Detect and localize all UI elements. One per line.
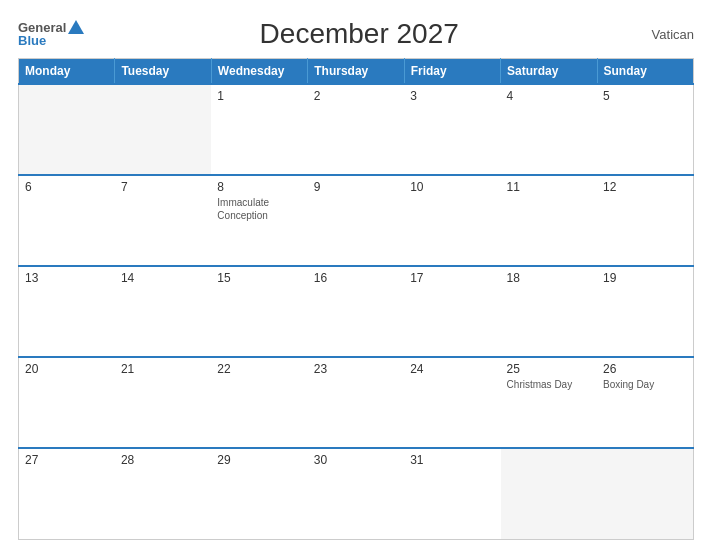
day-number: 4: [507, 89, 591, 103]
calendar-cell: [597, 448, 693, 539]
col-friday: Friday: [404, 59, 500, 85]
calendar-cell: 20: [19, 357, 115, 448]
calendar-cell: 21: [115, 357, 211, 448]
day-number: 12: [603, 180, 687, 194]
calendar-cell: 25Christmas Day: [501, 357, 597, 448]
calendar-cell: 30: [308, 448, 404, 539]
calendar-cell: 8Immaculate Conception: [211, 175, 307, 266]
day-number: 13: [25, 271, 109, 285]
day-number: 31: [410, 453, 494, 467]
calendar-cell: 15: [211, 266, 307, 357]
col-thursday: Thursday: [308, 59, 404, 85]
calendar-cell: 3: [404, 84, 500, 175]
day-number: 3: [410, 89, 494, 103]
holiday-label: Christmas Day: [507, 378, 591, 391]
calendar-title: December 2027: [84, 18, 634, 50]
day-number: 8: [217, 180, 301, 194]
calendar-cell: 14: [115, 266, 211, 357]
calendar-cell: [19, 84, 115, 175]
day-number: 17: [410, 271, 494, 285]
col-monday: Monday: [19, 59, 115, 85]
logo: General Blue: [18, 21, 84, 47]
day-number: 10: [410, 180, 494, 194]
col-saturday: Saturday: [501, 59, 597, 85]
header: General Blue December 2027 Vatican: [18, 18, 694, 50]
day-number: 29: [217, 453, 301, 467]
day-number: 6: [25, 180, 109, 194]
calendar-header-row: Monday Tuesday Wednesday Thursday Friday…: [19, 59, 694, 85]
calendar-row: 678Immaculate Conception9101112: [19, 175, 694, 266]
calendar-cell: [115, 84, 211, 175]
day-number: 18: [507, 271, 591, 285]
day-number: 22: [217, 362, 301, 376]
calendar-row: 2728293031: [19, 448, 694, 539]
calendar-row: 202122232425Christmas Day26Boxing Day: [19, 357, 694, 448]
calendar-cell: [501, 448, 597, 539]
calendar-cell: 29: [211, 448, 307, 539]
page: General Blue December 2027 Vatican Monda…: [0, 0, 712, 550]
day-number: 24: [410, 362, 494, 376]
calendar-cell: 23: [308, 357, 404, 448]
calendar-table: Monday Tuesday Wednesday Thursday Friday…: [18, 58, 694, 540]
day-number: 25: [507, 362, 591, 376]
calendar-row: 13141516171819: [19, 266, 694, 357]
day-number: 27: [25, 453, 109, 467]
col-sunday: Sunday: [597, 59, 693, 85]
day-number: 2: [314, 89, 398, 103]
logo-blue-text: Blue: [18, 34, 46, 47]
calendar-cell: 31: [404, 448, 500, 539]
calendar-cell: 2: [308, 84, 404, 175]
calendar-cell: 6: [19, 175, 115, 266]
calendar-cell: 22: [211, 357, 307, 448]
day-number: 5: [603, 89, 687, 103]
day-number: 9: [314, 180, 398, 194]
day-number: 21: [121, 362, 205, 376]
day-number: 20: [25, 362, 109, 376]
day-number: 16: [314, 271, 398, 285]
day-number: 28: [121, 453, 205, 467]
calendar-cell: 18: [501, 266, 597, 357]
holiday-label: Boxing Day: [603, 378, 687, 391]
calendar-cell: 7: [115, 175, 211, 266]
col-wednesday: Wednesday: [211, 59, 307, 85]
calendar-cell: 9: [308, 175, 404, 266]
col-tuesday: Tuesday: [115, 59, 211, 85]
day-number: 11: [507, 180, 591, 194]
day-number: 1: [217, 89, 301, 103]
calendar-cell: 11: [501, 175, 597, 266]
calendar-cell: 28: [115, 448, 211, 539]
logo-triangle-icon: [68, 20, 84, 34]
calendar-cell: 27: [19, 448, 115, 539]
calendar-cell: 16: [308, 266, 404, 357]
calendar-cell: 19: [597, 266, 693, 357]
calendar-cell: 10: [404, 175, 500, 266]
calendar-cell: 12: [597, 175, 693, 266]
day-number: 15: [217, 271, 301, 285]
calendar-cell: 13: [19, 266, 115, 357]
calendar-row: 12345: [19, 84, 694, 175]
day-number: 7: [121, 180, 205, 194]
day-number: 23: [314, 362, 398, 376]
holiday-label: Immaculate Conception: [217, 196, 301, 222]
day-number: 14: [121, 271, 205, 285]
calendar-cell: 4: [501, 84, 597, 175]
calendar-cell: 26Boxing Day: [597, 357, 693, 448]
calendar-cell: 1: [211, 84, 307, 175]
calendar-cell: 24: [404, 357, 500, 448]
calendar-cell: 17: [404, 266, 500, 357]
day-number: 30: [314, 453, 398, 467]
calendar-cell: 5: [597, 84, 693, 175]
day-number: 26: [603, 362, 687, 376]
country-label: Vatican: [634, 27, 694, 42]
day-number: 19: [603, 271, 687, 285]
